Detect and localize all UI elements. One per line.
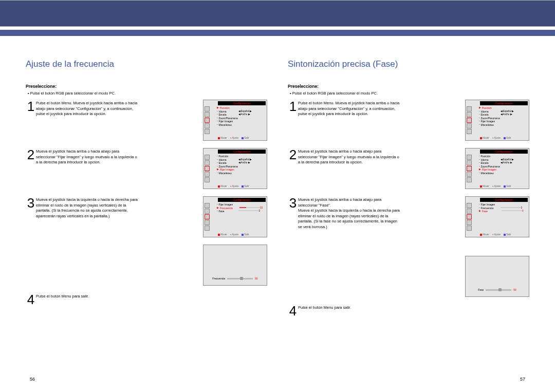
osd-header: Configuración bbox=[218, 150, 266, 154]
left-bullet: Pulse el botón RGB para seleccionar el m… bbox=[28, 91, 267, 96]
osd-menu: -Fijar Imagen -Frecuencia0 ▶Fase0 bbox=[478, 202, 529, 232]
step-number: 2 bbox=[288, 148, 298, 161]
osd-tab-icon bbox=[467, 177, 472, 182]
osd-tab-icon bbox=[467, 160, 472, 165]
osd-header: Configuración bbox=[218, 198, 266, 202]
osd-tab-icon bbox=[467, 209, 472, 214]
osd-header: Configuración bbox=[480, 101, 528, 105]
osd-menu: -Fijar Imagen ▶Frecuencia33 -Fase0 bbox=[216, 202, 267, 232]
osd-screenshot-3: Configuración -Fijar Imagen -Frecuencia0… bbox=[465, 196, 529, 237]
osd-screenshot-2: Configuración -Posición -Idioma◀ Español… bbox=[203, 148, 267, 189]
left-title: Ajuste de la frecuencia bbox=[26, 59, 267, 69]
slider-track bbox=[486, 289, 511, 291]
right-bullet: Pulse el botón RGB para seleccionar el m… bbox=[290, 91, 529, 96]
osd-tab-icon-selected bbox=[467, 118, 472, 123]
osd-tab-icon-selected bbox=[467, 166, 472, 171]
osd-tab-icon bbox=[205, 129, 210, 134]
step-number: 3 bbox=[288, 196, 298, 210]
step-text: Pulse el botón Menu. Mueva el joystick h… bbox=[298, 100, 401, 117]
osd-tab-icon bbox=[205, 155, 210, 160]
slider-label: Fase bbox=[478, 288, 484, 291]
osd-tab-icon bbox=[205, 203, 210, 208]
osd-tab-icon bbox=[205, 112, 210, 117]
left-step-2: 2 Mueva el joystick hacia arriba o hacia… bbox=[26, 148, 267, 192]
header-bands bbox=[0, 0, 555, 36]
step-text: Mueva el joystick hacia la izquierda o h… bbox=[36, 196, 139, 219]
left-column: Ajuste de la frecuencia Preseleccione: P… bbox=[26, 59, 267, 322]
page-number-right: 57 bbox=[520, 377, 525, 382]
right-step-3: 3 Mueva el joystick hacia arriba o hacia… bbox=[288, 196, 529, 252]
osd-screenshot-1: Configuración ▶Posición -Idioma◀ Español… bbox=[465, 100, 529, 141]
osd-slider: Frecuencia 50 bbox=[203, 245, 267, 286]
step-text: Mueva el joystick hacia arriba o hacia a… bbox=[298, 148, 401, 165]
osd-tab-icon bbox=[467, 226, 472, 231]
step-number: 4 bbox=[26, 293, 36, 306]
slider-value: 50 bbox=[255, 277, 258, 280]
osd-menu: -Posición -Idioma◀ Español ▶ -Escala◀ An… bbox=[216, 154, 267, 184]
osd-tab-icon bbox=[467, 203, 472, 208]
osd-tab-icon-selected bbox=[205, 166, 210, 171]
osd-header: Configuración bbox=[480, 150, 528, 154]
step-number: 1 bbox=[26, 100, 36, 113]
step-text: Mueva el joystick hacia arriba o hacia a… bbox=[298, 196, 401, 230]
right-step-1: 1 Pulse el botón Menu. Mueva el joystick… bbox=[288, 100, 529, 144]
slider-track bbox=[227, 278, 253, 279]
right-step-2: 2 Mueva el joystick hacia arriba o hacia… bbox=[288, 148, 529, 192]
right-column: Sintonización precisa (Fase) Preseleccio… bbox=[288, 59, 529, 322]
osd-tab-icon bbox=[205, 123, 210, 128]
osd-tab-icon bbox=[467, 123, 472, 128]
step-text: Pulse el botón Menu. Mueva el joystick h… bbox=[36, 100, 139, 117]
slider-label: Frecuencia bbox=[212, 277, 225, 280]
right-slider-row: Fase 50 bbox=[288, 256, 529, 300]
right-step-4: 4 Pulse el botón Menu para salir. bbox=[288, 304, 529, 318]
main-content: Ajuste de la frecuencia Preseleccione: P… bbox=[0, 36, 555, 327]
osd-menu: ▶Posición -Idioma◀ Español ▶ -Escala◀ An… bbox=[478, 105, 529, 136]
osd-tab-icon-selected bbox=[205, 214, 210, 219]
slider-value: 50 bbox=[513, 288, 516, 291]
left-slider-row: Frecuencia 50 bbox=[26, 245, 267, 289]
osd-tab-icon bbox=[205, 177, 210, 182]
step-text: Pulse el botón Menu para salir. bbox=[298, 304, 401, 311]
osd-tab-icon bbox=[205, 172, 210, 177]
osd-tab-icon bbox=[205, 226, 210, 231]
step-text: Mueva el joystick hacia arriba o hacia a… bbox=[36, 148, 139, 165]
osd-tab-icon bbox=[467, 220, 472, 225]
osd-menu: ▶Posición -Idioma◀ Español ▶ -Escala◀ An… bbox=[216, 105, 267, 136]
left-step-3: 3 Mueva el joystick hacia la izquierda o… bbox=[26, 196, 267, 240]
page-number-left: 56 bbox=[30, 377, 35, 382]
osd-menu: -Posición -Idioma◀ Español ▶ -Escala◀ An… bbox=[478, 154, 529, 184]
osd-tab-icon-selected bbox=[205, 118, 210, 123]
osd-header: Configuración bbox=[480, 198, 528, 202]
osd-screenshot-2: Configuración -Posición -Idioma◀ Español… bbox=[465, 148, 529, 189]
osd-tab-icon bbox=[205, 106, 210, 111]
left-preselect: Preseleccione: bbox=[26, 84, 267, 89]
step-text: Pulse el botón Menu para salir. bbox=[36, 293, 139, 300]
osd-screenshot-1: Configuración ▶Posición -Idioma◀ Español… bbox=[203, 100, 267, 141]
osd-tab-icon bbox=[467, 106, 472, 111]
osd-screenshot-3: Configuración -Fijar Imagen ▶Frecuencia3… bbox=[203, 196, 267, 237]
osd-tab-icon bbox=[205, 209, 210, 214]
right-preselect: Preseleccione: bbox=[288, 84, 529, 89]
step-number: 4 bbox=[288, 304, 298, 318]
step-number: 2 bbox=[26, 148, 36, 161]
right-title: Sintonización precisa (Fase) bbox=[288, 59, 529, 69]
left-step-4: 4 Pulse el botón Menu para salir. bbox=[26, 293, 267, 306]
osd-tab-icon bbox=[467, 155, 472, 160]
osd-tab-icon bbox=[467, 172, 472, 177]
left-step-1: 1 Pulse el botón Menu. Mueva el joystick… bbox=[26, 100, 267, 144]
osd-slider: Fase 50 bbox=[465, 256, 529, 297]
band-thin bbox=[0, 30, 555, 36]
band-thick bbox=[0, 0, 555, 27]
step-number: 1 bbox=[288, 100, 298, 113]
step-number: 3 bbox=[26, 196, 36, 210]
osd-tab-icon bbox=[205, 220, 210, 225]
osd-tab-icon bbox=[467, 112, 472, 117]
osd-tab-icon-selected bbox=[467, 214, 472, 219]
osd-tab-icon bbox=[205, 160, 210, 165]
osd-header: Configuración bbox=[218, 101, 266, 105]
osd-tab-icon bbox=[467, 129, 472, 134]
